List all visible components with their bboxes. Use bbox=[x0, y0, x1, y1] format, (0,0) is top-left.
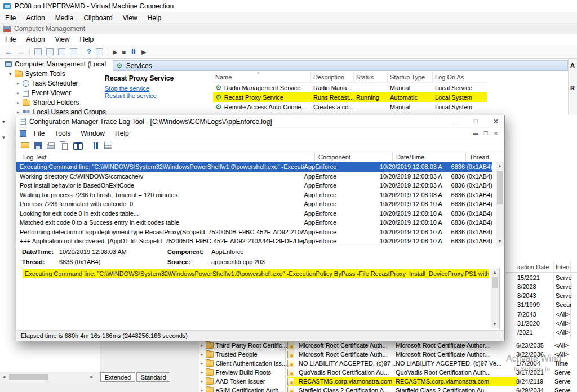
tree-collapsed-arrow-icon[interactable]: ▸ bbox=[17, 110, 20, 115]
forward-icon[interactable]: → bbox=[17, 47, 25, 56]
detail-box-scrollbar[interactable]: ▲ ▼ bbox=[491, 269, 499, 328]
tree-collapsed-arrow-icon[interactable]: ▸ bbox=[201, 361, 203, 366]
column-header-expiration-date[interactable]: iration Date bbox=[517, 264, 549, 270]
cert-folder-third-party-roots[interactable]: ▸ Third-Party Root Certific... bbox=[201, 341, 287, 350]
scrollbar-thumb[interactable] bbox=[9, 374, 48, 380]
service-row-radio-management[interactable]: ⚙Radio Management Service Radio Mana... … bbox=[213, 83, 487, 92]
column-header-name[interactable]: Name ^ bbox=[213, 72, 311, 82]
vm-menu-media[interactable]: Media bbox=[50, 12, 79, 23]
export-list-icon[interactable] bbox=[34, 48, 42, 55]
tree-item-system-tools[interactable]: ▾ System Tools bbox=[9, 69, 65, 78]
start-service-button[interactable]: ▶ bbox=[113, 47, 117, 56]
find-icon[interactable] bbox=[73, 142, 82, 149]
log-row[interactable]: Looking for exit code 0 in exit codes ta… bbox=[16, 209, 492, 219]
scrollbar-thumb[interactable] bbox=[497, 171, 503, 204]
refresh-icon[interactable] bbox=[70, 48, 77, 55]
tree-item-shared-folders[interactable]: ▸ Shared Folders bbox=[17, 98, 79, 107]
log-row[interactable]: Process 7236 terminated with exitcode: 0… bbox=[16, 199, 492, 209]
log-row[interactable]: +++ Application not discovered. [AppDT I… bbox=[16, 237, 492, 246]
tree-expanded-arrow-icon[interactable]: ▾ bbox=[9, 72, 12, 77]
close-button[interactable]: ✕ bbox=[487, 115, 504, 127]
trace-menu-window[interactable]: Window bbox=[76, 128, 110, 139]
vm-menu-view[interactable]: View bbox=[118, 12, 143, 23]
print-icon[interactable] bbox=[47, 144, 55, 149]
help-icon[interactable]: ? bbox=[87, 47, 91, 56]
copy-icon[interactable] bbox=[60, 141, 68, 149]
certificate-row[interactable]: Microsoft Root Certificate Auth... Micro… bbox=[287, 341, 577, 350]
cm-menu-help[interactable]: Help bbox=[75, 34, 99, 45]
tree-expanded-arrow-icon[interactable]: ▾ bbox=[2, 119, 5, 124]
column-header-intended-purposes[interactable]: Inten bbox=[556, 264, 569, 270]
tree-collapsed-arrow-icon[interactable]: ▸ bbox=[201, 352, 203, 357]
scrollbar-thumb[interactable] bbox=[492, 277, 498, 288]
tree-item-event-viewer[interactable]: ▸ Event Viewer bbox=[17, 88, 71, 97]
tree-item-task-scheduler[interactable]: ▸ Task Scheduler bbox=[17, 79, 78, 88]
vm-menu-help[interactable]: Help bbox=[143, 12, 167, 23]
column-header-thread[interactable]: Thread bbox=[466, 152, 502, 162]
column-header-description[interactable]: Description bbox=[311, 72, 354, 82]
tab-extended[interactable]: Extended bbox=[100, 372, 135, 382]
tree-collapsed-arrow-icon[interactable]: ▸ bbox=[17, 91, 20, 96]
mdi-restore-button[interactable]: ❐ bbox=[481, 131, 491, 136]
log-row-selected[interactable]: Executing Command line: "C:\WINDOWS\Syst… bbox=[16, 162, 492, 172]
stop-service-button[interactable]: ■ bbox=[122, 47, 126, 56]
column-header-status[interactable]: Status bbox=[354, 72, 388, 82]
pause-service-button[interactable] bbox=[131, 48, 136, 54]
cmtrace-titlebar[interactable]: Configuration Manager Trace Log Tool - [… bbox=[16, 115, 504, 128]
column-header-startup-type[interactable]: Startup Type bbox=[388, 72, 433, 82]
tree-collapsed-arrow-icon[interactable]: ▸ bbox=[201, 388, 203, 392]
column-header-log-on-as[interactable]: Log On As bbox=[433, 72, 487, 82]
tree-collapsed-arrow-icon[interactable]: ▸ bbox=[201, 379, 203, 384]
cert-folder-client-auth-issuers[interactable]: ▸ Client Authentication Iss... bbox=[201, 359, 287, 368]
properties-icon[interactable] bbox=[46, 48, 54, 55]
cert-folder-trusted-people[interactable]: ▸ Trusted People bbox=[201, 350, 258, 359]
mdi-minimize-button[interactable]: ▬ bbox=[471, 131, 481, 136]
tree-expanded-arrow-icon[interactable]: ▾ bbox=[2, 135, 5, 140]
scroll-down-icon[interactable]: ▼ bbox=[491, 320, 499, 328]
column-header-component[interactable]: Component bbox=[315, 152, 393, 162]
vm-menu-action[interactable]: Action bbox=[21, 12, 50, 23]
scroll-up-icon[interactable]: ▲ bbox=[496, 162, 504, 170]
layout-columns-icon[interactable] bbox=[104, 142, 112, 149]
tree-collapsed-arrow-icon[interactable]: ▸ bbox=[17, 100, 20, 105]
vm-menu-clipboard[interactable]: Clipboard bbox=[78, 12, 117, 23]
save-icon[interactable] bbox=[34, 142, 42, 149]
tree-collapsed-arrow-icon[interactable]: ▸ bbox=[17, 81, 20, 86]
certificate-row-recastms-highlighted[interactable]: RECASTMS.corp.viamonstra.com RECASTMS.co… bbox=[287, 377, 577, 386]
trace-menu-file[interactable]: File bbox=[29, 128, 50, 139]
tab-standard[interactable]: Standard bbox=[136, 372, 170, 382]
cert-folder-aad-token-issuer[interactable]: ▸ AAD Token Issuer bbox=[201, 377, 265, 386]
back-icon[interactable]: ← bbox=[5, 47, 12, 56]
log-detail-box[interactable]: Executing Command line: "C:\WINDOWS\Syst… bbox=[21, 268, 500, 329]
show-window-icon[interactable] bbox=[96, 48, 103, 55]
pause-monitoring-icon[interactable] bbox=[92, 142, 99, 149]
service-row-recast-proxy[interactable]: ⚙Recast Proxy Service Runs Recast... Run… bbox=[213, 92, 487, 102]
trace-menu-help[interactable]: Help bbox=[110, 128, 134, 139]
cm-menu-view[interactable]: View bbox=[50, 34, 75, 45]
scroll-up-icon[interactable]: ▲ bbox=[491, 269, 499, 277]
service-row-remote-access[interactable]: ⚙Remote Access Auto Conne... Creates a c… bbox=[213, 102, 487, 112]
cm-menu-file[interactable]: File bbox=[0, 34, 21, 45]
restart-service-link[interactable]: Restart the service bbox=[105, 92, 157, 99]
window-icon[interactable] bbox=[58, 48, 65, 55]
log-row[interactable]: Waiting for process 7236 to finish. Time… bbox=[16, 190, 492, 200]
stop-service-link[interactable]: Stop the service bbox=[105, 85, 149, 92]
tree-item-computer-management[interactable]: Computer Management (Local bbox=[5, 60, 106, 69]
restart-service-button[interactable]: ▶ bbox=[141, 47, 146, 56]
open-file-icon[interactable] bbox=[21, 142, 29, 148]
tree-collapsed-arrow-icon[interactable]: ▸ bbox=[201, 370, 203, 375]
certificate-row[interactable]: Starfield Class 2 Certification A... Sta… bbox=[287, 386, 577, 392]
log-row[interactable]: Matched exit code 0 to a Success entry i… bbox=[16, 218, 492, 228]
vm-menu-file[interactable]: File bbox=[0, 12, 21, 23]
log-row[interactable]: Working directory C:\WINDOWS\ccmcache\vA… bbox=[16, 172, 492, 181]
column-header-date-time[interactable]: Date/Time bbox=[393, 152, 466, 162]
trace-menu-tools[interactable]: Tools bbox=[50, 128, 76, 139]
column-header-log-text[interactable]: Log Text bbox=[20, 152, 315, 162]
tree-collapsed-arrow-icon[interactable]: ▸ bbox=[201, 343, 203, 348]
scroll-right-icon[interactable]: ► bbox=[90, 375, 96, 380]
cert-folder-esim-ca[interactable]: ▸ eSIM Certification Auth... bbox=[201, 386, 284, 392]
log-row[interactable]: Performing detection of app deployment t… bbox=[16, 228, 492, 237]
log-row[interactable]: Post install behavior is BasedOnExitCode… bbox=[16, 181, 492, 190]
scroll-left-icon[interactable]: ◄ bbox=[0, 375, 6, 380]
cert-folder-preview-build-roots[interactable]: ▸ Preview Build Roots bbox=[201, 368, 271, 377]
